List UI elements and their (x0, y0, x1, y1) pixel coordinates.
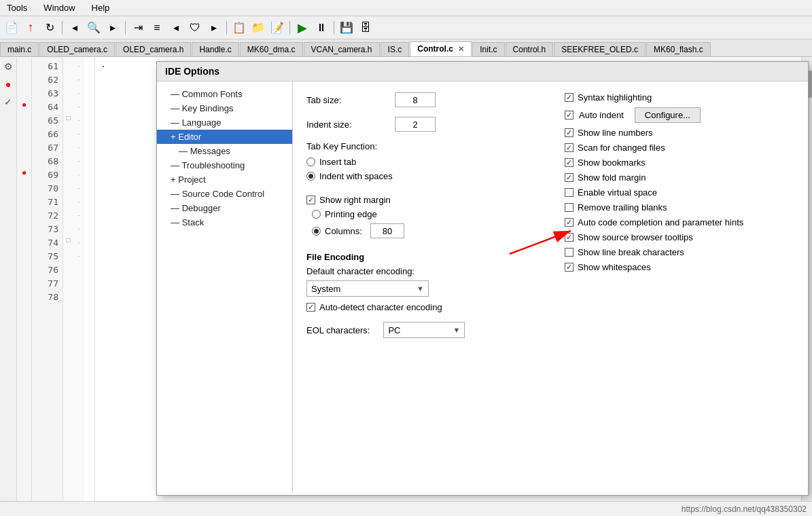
remove-trailing-blanks-checkbox[interactable] (565, 203, 573, 212)
toolbar-back2[interactable]: ◂ (167, 19, 185, 37)
toolbar-doc3[interactable]: 📝 (268, 19, 286, 37)
tab-control-c[interactable]: Control.c ✕ (410, 41, 472, 56)
gear-icon[interactable]: ⚙ (1, 60, 15, 73)
columns-label: Columns: (325, 226, 362, 236)
show-bookmarks-row: Show bookmarks (565, 158, 782, 168)
insert-tab-radio[interactable]: Insert tab (306, 157, 537, 167)
tab-close-icon[interactable]: ✕ (458, 45, 464, 53)
tab-seekfree-oled-c[interactable]: SEEKFREE_OLED.c (554, 42, 646, 56)
toolbar-doc1[interactable]: 📋 (230, 19, 248, 37)
toolbar-new[interactable]: 📄 (3, 19, 20, 37)
enable-virtual-space-checkbox[interactable] (565, 188, 573, 197)
show-bookmarks-label: Show bookmarks (578, 158, 646, 168)
auto-detect-label: Auto-detect character encoding (319, 302, 442, 312)
tab-handle-c[interactable]: Handle.c (192, 42, 239, 56)
auto-code-completion-row: Auto code completion and parameter hints (565, 217, 782, 227)
tab-control-h[interactable]: Control.h (506, 42, 554, 56)
columns-input[interactable] (370, 223, 404, 238)
show-right-margin-cb-box (306, 196, 315, 204)
show-fold-margin-label: Show fold margin (578, 172, 646, 183)
toolbar-refresh[interactable]: ↻ (41, 19, 58, 37)
tab-mk60-dma-c[interactable]: MK60_dma.c (240, 42, 303, 56)
toolbar-search[interactable]: 🔍 (85, 19, 103, 37)
toolbar-doc2[interactable]: 📁 (249, 19, 267, 37)
show-bookmarks-checkbox[interactable] (565, 158, 573, 167)
tab-oled-camera-h[interactable]: OLED_camera.h (116, 42, 191, 56)
sep5 (334, 21, 334, 35)
syntax-highlighting-label: Syntax highlighting (578, 92, 652, 103)
dialog-title: IDE Options (157, 62, 808, 81)
eol-dropdown[interactable]: PC ▼ (383, 322, 465, 338)
tab-oled-camera-c[interactable]: OLED_camera.c (39, 42, 115, 56)
scan-changed-files-checkbox[interactable] (565, 143, 573, 152)
tree-source-code-control[interactable]: — Source Code Control (157, 187, 292, 201)
char-encoding-value: System (311, 284, 340, 294)
toolbar-shield[interactable]: 🛡 (186, 19, 204, 37)
tab-is-c[interactable]: IS.c (381, 42, 410, 56)
scan-changed-files-row: Scan for changed files (565, 143, 782, 153)
tab-vcan-camera-h[interactable]: VCAN_camera.h (304, 42, 380, 56)
toolbar-forward[interactable]: ▸ (104, 19, 122, 37)
show-fold-margin-checkbox[interactable] (565, 173, 573, 182)
configure-button[interactable]: Configure... (635, 107, 701, 123)
tab-size-row: Tab size: (306, 92, 537, 107)
tabs-row: main.c OLED_camera.c OLED_camera.h Handl… (0, 39, 812, 57)
tab-mk60-flash-c[interactable]: MK60_flash.c (646, 42, 711, 56)
show-source-browser-tooltips-checkbox[interactable] (565, 233, 573, 242)
menu-help[interactable]: Help (88, 1, 114, 14)
left-column: Tab size: Indent size: Tab Key Function: (306, 92, 537, 352)
show-line-numbers-checkbox[interactable] (565, 128, 573, 137)
tab-size-input[interactable] (395, 92, 436, 107)
show-source-browser-tooltips-row: Show source browser tooltips (565, 232, 782, 242)
show-whitespaces-checkbox[interactable] (565, 263, 573, 272)
indent-with-spaces-radio[interactable]: Indent with spaces (306, 171, 537, 181)
eol-arrow: ▼ (453, 326, 461, 334)
tree-debugger[interactable]: — Debugger (157, 201, 292, 215)
tab-init-c[interactable]: Init.c (472, 42, 504, 56)
auto-indent-row: Auto indent Configure... (565, 107, 782, 123)
tree-key-bindings[interactable]: — Key Bindings (157, 101, 292, 115)
tree-language[interactable]: — Language (157, 115, 292, 130)
tree-common-fonts[interactable]: — Common Fonts (157, 87, 292, 101)
show-line-break-chars-checkbox[interactable] (565, 248, 573, 257)
printing-edge-radio-circle (312, 210, 321, 219)
check-icon[interactable]: ✓ (1, 95, 15, 109)
auto-detect-cb-box (306, 303, 315, 312)
file-encoding-title: File Encoding (306, 252, 537, 262)
tree-stack[interactable]: — Stack (157, 215, 292, 229)
toolbar-db1[interactable]: 💾 (338, 19, 355, 37)
auto-code-completion-checkbox[interactable] (565, 218, 573, 227)
tree-project[interactable]: + Project (157, 172, 292, 187)
tab-main-c[interactable]: main.c (0, 42, 39, 56)
toolbar-step[interactable]: ⇥ (129, 19, 147, 37)
bottom-bar: https://blog.csdn.net/qq438350302 (0, 501, 812, 516)
tree-troubleshooting[interactable]: — Troubleshooting (157, 158, 292, 172)
indent-size-label: Indent size: (306, 119, 388, 130)
toolbar-fwd2[interactable]: ▸ (205, 19, 223, 37)
syntax-highlighting-row: Syntax highlighting (565, 92, 782, 103)
toolbar-play[interactable]: ▶ (294, 19, 311, 37)
menu-window[interactable]: Window (39, 1, 79, 14)
tree-editor[interactable]: + Editor (157, 130, 292, 144)
menu-tools[interactable]: Tools (3, 1, 31, 14)
indent-size-input[interactable] (395, 117, 436, 132)
options-columns: Tab size: Indent size: Tab Key Function: (306, 92, 794, 352)
char-encoding-dropdown[interactable]: System ▼ (306, 280, 429, 297)
enable-virtual-space-row: Enable virtual space (565, 187, 782, 198)
auto-detect-checkbox[interactable]: Auto-detect character encoding (306, 302, 537, 312)
show-source-browser-tooltips-label: Show source browser tooltips (578, 232, 693, 242)
remove-trailing-blanks-label: Remove trailing blanks (578, 202, 667, 213)
toolbar-pause[interactable]: ⏸ (313, 19, 330, 37)
toolbar-arrow-red[interactable]: ↑ (22, 19, 39, 37)
toolbar-list[interactable]: ≡ (148, 19, 166, 37)
auto-indent-checkbox[interactable] (565, 111, 573, 119)
syntax-highlighting-checkbox[interactable] (565, 93, 573, 102)
toolbar-db2[interactable]: 🗄 (357, 19, 374, 37)
toolbar-back[interactable]: ◂ (66, 19, 84, 37)
tree-messages[interactable]: — Messages (157, 144, 292, 158)
show-line-numbers-row: Show line numbers (565, 128, 782, 138)
columns-radio[interactable]: Columns: (312, 223, 537, 238)
breakpoint-icon[interactable]: ● (1, 77, 15, 91)
printing-edge-radio[interactable]: Printing edge (312, 209, 537, 219)
show-right-margin-checkbox[interactable]: Show right margin (306, 195, 537, 205)
